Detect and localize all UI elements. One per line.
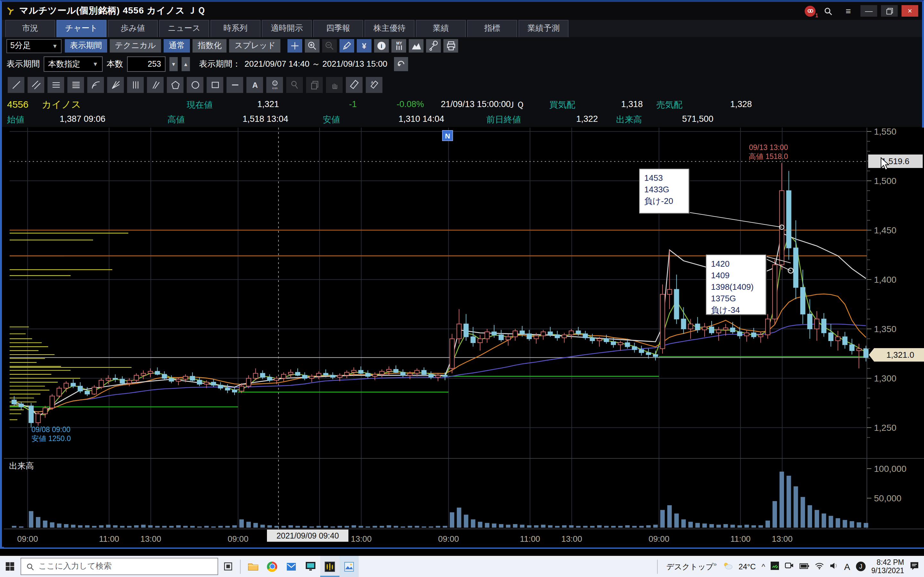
menu-tab-1[interactable]: 市況 <box>5 20 55 37</box>
draw-tool-hand-icon[interactable] <box>326 77 342 93</box>
start-button[interactable] <box>0 556 19 577</box>
draw-tool-vlines-icon[interactable] <box>127 77 144 93</box>
draw-tool-fib-arc-icon[interactable] <box>87 77 104 93</box>
svg-text:1,350: 1,350 <box>874 324 897 334</box>
menu-icon[interactable]: ≡ <box>840 5 857 17</box>
volume-label: 出来高 <box>616 114 642 126</box>
ime-mode-indicator[interactable]: A <box>844 561 850 572</box>
count-label: 本数 <box>107 58 123 70</box>
area-chart-icon[interactable] <box>409 39 424 53</box>
minimize-button[interactable]: — <box>861 5 877 17</box>
wrench-icon[interactable] <box>426 39 441 53</box>
draw-tool-rays-icon[interactable] <box>147 77 164 93</box>
draw-tool-ellipse-icon[interactable] <box>187 77 204 93</box>
chart-area[interactable]: 1,5501,5001,4501,4001,3501,3001,250100,0… <box>4 127 924 548</box>
draw-tool-text-a-icon[interactable]: A <box>246 77 263 93</box>
interval-dropdown[interactable]: 5分足▼ <box>6 39 61 53</box>
menu-tab-4[interactable]: ニュース <box>159 20 209 37</box>
svg-text:09:00: 09:00 <box>228 534 248 544</box>
menu-tab-5[interactable]: 時系列 <box>210 20 260 37</box>
draw-tool-hdash-icon[interactable] <box>226 77 243 93</box>
stock-name: カイノス <box>42 99 81 111</box>
taskbar-clock[interactable]: 8:42 PM 9/13/2021 <box>871 558 904 575</box>
draw-tool-hlines3-icon[interactable] <box>47 77 64 93</box>
wifi-icon[interactable] <box>815 562 824 571</box>
close-button[interactable]: × <box>901 5 918 17</box>
draw-tool-parallel-channel-icon[interactable] <box>27 77 44 93</box>
monitor-app-icon[interactable] <box>301 556 320 577</box>
draw-tool-pin-icon[interactable] <box>286 77 303 93</box>
mail-app-icon[interactable] <box>282 556 301 577</box>
tray-expand-icon[interactable]: ^ <box>762 562 765 571</box>
info-icon[interactable]: i <box>375 39 389 53</box>
draw-tool-trend-line-icon[interactable] <box>8 77 24 93</box>
draw-tool-hlines4-icon[interactable] <box>67 77 84 93</box>
desktop-toolbar-label[interactable]: デスクトップ» <box>666 561 717 572</box>
candlestick-chart[interactable]: 1,5501,5001,4501,4001,3501,3001,250100,0… <box>4 127 924 548</box>
toolbar: 5分足▼ 表示期間テクニカル通常指数化スプレッド ¥iMY <box>2 37 922 55</box>
taskbar-search-input[interactable]: ここに入力して検索 <box>21 558 218 575</box>
toolbar-button-1[interactable]: 表示期間 <box>65 39 107 53</box>
draw-tool-rectangle-icon[interactable] <box>207 77 223 93</box>
yen-icon[interactable]: ¥ <box>357 39 372 53</box>
svg-text:1,300: 1,300 <box>874 374 897 384</box>
photos-app-icon[interactable] <box>339 556 359 577</box>
search-icon[interactable] <box>819 5 836 17</box>
svg-text:11:00: 11:00 <box>730 534 750 544</box>
zoom-out-icon[interactable] <box>322 39 337 53</box>
svg-text:1,500: 1,500 <box>874 176 897 186</box>
printer-icon[interactable] <box>444 39 459 53</box>
count-mode-dropdown[interactable]: 本数指定▼ <box>44 56 103 72</box>
quote-time: 21/09/13 15:00:00 <box>441 99 511 109</box>
count-down-button[interactable]: ▼ <box>170 57 178 71</box>
toolbar-button-3[interactable]: 通常 <box>164 39 190 53</box>
period-bar: 表示期間 本数指定▼ 本数 253 ▼ ▲ 表示期間： 2021/09/07 1… <box>2 55 922 74</box>
volume-icon[interactable] <box>830 562 838 571</box>
count-up-button[interactable]: ▲ <box>182 57 190 71</box>
menu-tab-3[interactable]: 歩み値 <box>108 20 158 37</box>
svg-text:1,550: 1,550 <box>874 127 897 137</box>
menu-tab-11[interactable]: 業績予測 <box>519 20 569 37</box>
menu-tab-8[interactable]: 株主優待 <box>365 20 415 37</box>
current-price-badge: 1,321.0 <box>869 348 924 362</box>
menu-tab-6[interactable]: 適時開示 <box>262 20 312 37</box>
svg-text:13:00: 13:00 <box>561 534 582 544</box>
menu-tab-9[interactable]: 業績 <box>416 20 466 37</box>
open-label: 始値 <box>7 114 24 126</box>
trading-app-icon[interactable] <box>320 556 339 577</box>
svg-text:13:00: 13:00 <box>140 534 161 544</box>
app-tray-icon[interactable] <box>771 561 779 572</box>
draw-tool-icon-stamp-icon[interactable]: icon <box>266 77 283 93</box>
crosshair-icon[interactable] <box>288 39 302 53</box>
reset-range-button[interactable] <box>394 57 408 71</box>
temperature-label[interactable]: 24°C <box>738 562 756 571</box>
menu-tab-10[interactable]: 指標 <box>467 20 517 37</box>
toolbar-button-5[interactable]: スプレッド <box>229 39 281 53</box>
battery-icon[interactable] <box>800 562 809 571</box>
svg-text:11:00: 11:00 <box>520 534 540 544</box>
news-marker[interactable]: N <box>442 130 453 141</box>
ime-icon[interactable]: J <box>856 562 866 571</box>
draw-tool-fan-lines-icon[interactable] <box>107 77 124 93</box>
draw-tool-pentagon-icon[interactable] <box>167 77 184 93</box>
chrome-icon[interactable] <box>262 556 282 577</box>
toolbar-button-4[interactable]: 指数化 <box>192 39 227 53</box>
maximize-button[interactable] <box>881 5 898 17</box>
task-view-button[interactable] <box>218 556 237 577</box>
link-icon[interactable]: 1 <box>804 5 816 16</box>
menu-tab-7[interactable]: 四季報 <box>313 20 363 37</box>
weather-icon[interactable] <box>722 561 733 572</box>
file-explorer-icon[interactable] <box>243 556 262 577</box>
draw-tool-eraser-icon[interactable] <box>346 77 363 93</box>
count-input[interactable]: 253 <box>127 56 166 72</box>
pencil-icon[interactable] <box>340 39 355 53</box>
svg-text:1,250: 1,250 <box>874 423 897 433</box>
menu-tab-2[interactable]: チャート <box>57 20 107 37</box>
my-chart-icon[interactable]: MY <box>392 39 407 53</box>
draw-tool-copy-icon[interactable] <box>306 77 323 93</box>
zoom-in-icon[interactable] <box>305 39 320 53</box>
draw-tool-eraser-a-icon[interactable]: A <box>366 77 383 93</box>
camera-tray-icon[interactable] <box>785 562 794 571</box>
action-center-icon[interactable] <box>910 561 919 572</box>
toolbar-button-2[interactable]: テクニカル <box>110 39 161 53</box>
